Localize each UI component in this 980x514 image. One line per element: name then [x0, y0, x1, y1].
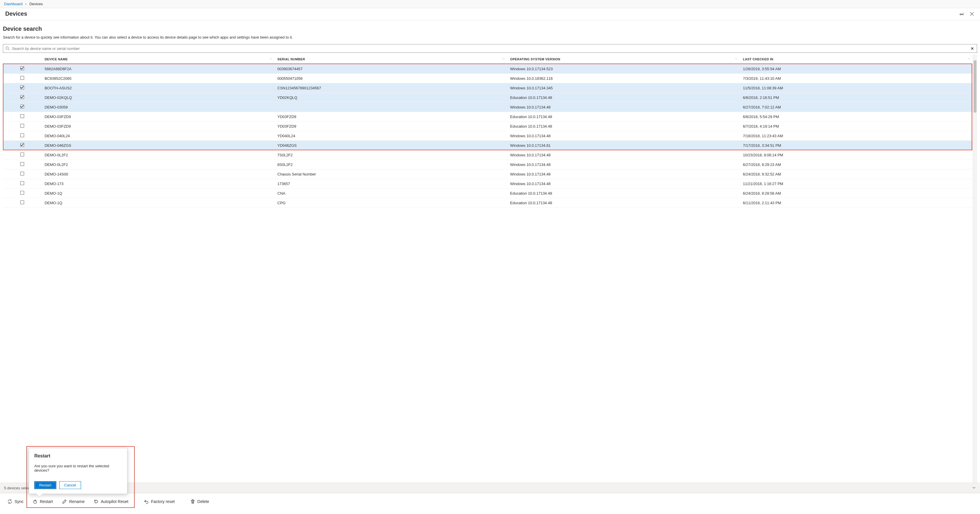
table-row[interactable]: DEMO-1QCPGEducation 10.0.17134.486/11/20…: [3, 198, 973, 208]
cell-serial: [275, 102, 508, 112]
cell-device-name: BOOTH-ASUS2: [42, 83, 275, 93]
sync-button[interactable]: Sync: [3, 497, 27, 506]
table-row[interactable]: DEMO-14S00Chassis Serial NumberWindows 1…: [3, 170, 973, 179]
row-checkbox[interactable]: [20, 143, 24, 147]
cell-serial: CPG: [275, 198, 508, 208]
cell-device-name: DEMO-03059: [42, 102, 275, 112]
cell-os: Education 10.0.17134.48: [507, 122, 740, 131]
close-icon[interactable]: [969, 11, 975, 17]
clear-search-icon[interactable]: ✕: [968, 46, 977, 51]
cell-serial: YD040L24: [275, 131, 508, 141]
cell-checked: 7/3/2019, 11:43:10 AM: [740, 74, 973, 83]
table-row[interactable]: DEMO-046ZGSYD046ZGSWindows 10.0.17134.81…: [3, 141, 973, 150]
row-checkbox[interactable]: [20, 152, 24, 156]
breadcrumb-dashboard[interactable]: Dashboard: [4, 2, 23, 6]
factory-label: Factory reset: [151, 499, 175, 504]
cell-device-name: DEMO-0L2F2: [42, 160, 275, 170]
device-table: DEVICE NAME↑↓ SERIAL NUMBER↑↓ OPERATING …: [3, 54, 973, 208]
col-os[interactable]: OPERATING SYSTEM VERSION↑↓: [507, 54, 740, 64]
row-checkbox[interactable]: [20, 67, 24, 70]
row-checkbox[interactable]: [20, 172, 24, 176]
row-checkbox[interactable]: [20, 191, 24, 195]
restart-button[interactable]: Restart: [29, 497, 57, 506]
table-row[interactable]: DEMO-03FZD9YD03FZD9Education 10.0.17134.…: [3, 122, 973, 131]
cell-serial: 173657: [275, 179, 508, 189]
cell-os: Windows 10.0.17134.48: [507, 160, 740, 170]
cell-device-name: BC83852C2065: [42, 74, 275, 83]
cell-checked: 6/27/2018, 8:29:23 AM: [740, 160, 973, 170]
row-checkbox[interactable]: [20, 124, 24, 128]
search-icon: [3, 46, 12, 51]
search-input-wrapper: ✕: [3, 44, 977, 53]
pencil-icon: [62, 499, 67, 504]
cell-checked: 6/6/2018, 2:16:51 PM: [740, 93, 973, 102]
autopilot-reset-button[interactable]: Autopilot Reset: [90, 497, 132, 506]
cell-checked: 7/17/2018, 3:34:51 PM: [740, 141, 973, 150]
rename-button[interactable]: Rename: [58, 497, 89, 506]
title-bar: Devices: [0, 8, 980, 20]
cell-device-name: DEMO-0L2F2: [42, 150, 275, 160]
cell-os: Windows 10.0.17134.81: [507, 141, 740, 150]
col-device-name[interactable]: DEVICE NAME↑↓: [42, 54, 275, 64]
cell-serial: 003903674457: [275, 64, 508, 74]
section-description: Search for a device to quickly see infor…: [3, 35, 977, 40]
cell-serial: 7S0L2F2: [275, 150, 508, 160]
search-input[interactable]: [12, 46, 968, 51]
cell-device-name: DEMO-02KQLQ: [42, 93, 275, 102]
row-checkbox[interactable]: [20, 133, 24, 137]
dialog-title: Restart: [34, 454, 122, 458]
cell-os: Education 10.0.17134.48: [507, 198, 740, 208]
table-row[interactable]: DEMO-1QCNAEducation 10.0.17134.486/24/20…: [3, 189, 973, 198]
factory-reset-button[interactable]: Factory reset: [140, 497, 179, 506]
dialog-message: Are you sure you want to restart the sel…: [34, 464, 122, 473]
row-checkbox[interactable]: [20, 181, 24, 185]
cell-serial: YD03FZD9: [275, 122, 508, 131]
cell-checked: 1/26/2019, 3:55:54 AM: [740, 64, 973, 74]
table-row[interactable]: DEMO-03FZD9YD03FZD9Education 10.0.17134.…: [3, 112, 973, 122]
row-checkbox[interactable]: [20, 95, 24, 99]
col-checked[interactable]: LAST CHECKED IN↑↓: [740, 54, 973, 64]
pin-icon[interactable]: [959, 11, 964, 17]
cell-device-name: DEMO-1Q: [42, 189, 275, 198]
table-row[interactable]: DEMO-0L2F28S0L2F2Windows 10.0.17134.486/…: [3, 160, 973, 170]
cell-checked: 11/5/2018, 11:08:39 AM: [740, 83, 973, 93]
cell-checked: 11/21/2018, 1:16:27 PM: [740, 179, 973, 189]
table-row[interactable]: DEMO-02KQLQYD02KQLQEducation 10.0.17134.…: [3, 93, 973, 102]
cell-os: Windows 10.0.17134.48: [507, 170, 740, 179]
cell-checked: 6/24/2018, 9:32:52 AM: [740, 170, 973, 179]
cell-serial: 000550471058: [275, 74, 508, 83]
scrollbar[interactable]: [973, 54, 977, 483]
cell-checked: 6/24/2018, 9:28:58 AM: [740, 189, 973, 198]
power-icon: [33, 499, 37, 504]
row-checkbox[interactable]: [20, 76, 24, 80]
table-row[interactable]: DEMO-173173657Windows 10.0.17134.4811/21…: [3, 179, 973, 189]
table-row[interactable]: 5882A88D6F2A003903674457Windows 10.0.171…: [3, 64, 973, 74]
table-row[interactable]: DEMO-040L24YD040L24Windows 10.0.17134.48…: [3, 131, 973, 141]
page-title: Devices: [5, 10, 954, 17]
cell-os: Windows 10.0.17134.48: [507, 102, 740, 112]
row-checkbox[interactable]: [20, 162, 24, 166]
dialog-cancel-button[interactable]: Cancel: [59, 481, 81, 489]
delete-button[interactable]: Delete: [186, 497, 213, 506]
cell-serial: 8S0L2F2: [275, 160, 508, 170]
dialog-confirm-button[interactable]: Restart: [34, 481, 56, 489]
table-row[interactable]: BOOTH-ASUS2CSN12345678901234567Windows 1…: [3, 83, 973, 93]
sync-label: Sync: [14, 499, 24, 504]
col-serial[interactable]: SERIAL NUMBER↑↓: [275, 54, 508, 64]
cell-checked: 6/6/2018, 5:54:29 PM: [740, 112, 973, 122]
cell-serial: CNA: [275, 189, 508, 198]
autopilot-label: Autopilot Reset: [101, 499, 128, 504]
cell-os: Windows 10.0.17134.523: [507, 64, 740, 74]
cell-serial: Chassis Serial Number: [275, 170, 508, 179]
selection-summary-bar[interactable]: 5 devices selected: [0, 483, 980, 493]
table-row[interactable]: DEMO-0L2F27S0L2F2Windows 10.0.17134.4810…: [3, 150, 973, 160]
row-checkbox[interactable]: [20, 114, 24, 118]
table-row[interactable]: DEMO-03059Windows 10.0.17134.486/27/2018…: [3, 102, 973, 112]
row-checkbox[interactable]: [20, 200, 24, 204]
cell-serial: YD03FZD9: [275, 112, 508, 122]
cell-serial: YD046ZGS: [275, 141, 508, 150]
row-checkbox[interactable]: [20, 105, 24, 108]
row-checkbox[interactable]: [20, 86, 24, 89]
table-row[interactable]: BC83852C2065000550471058Windows 10.0.183…: [3, 74, 973, 83]
rename-label: Rename: [69, 499, 84, 504]
